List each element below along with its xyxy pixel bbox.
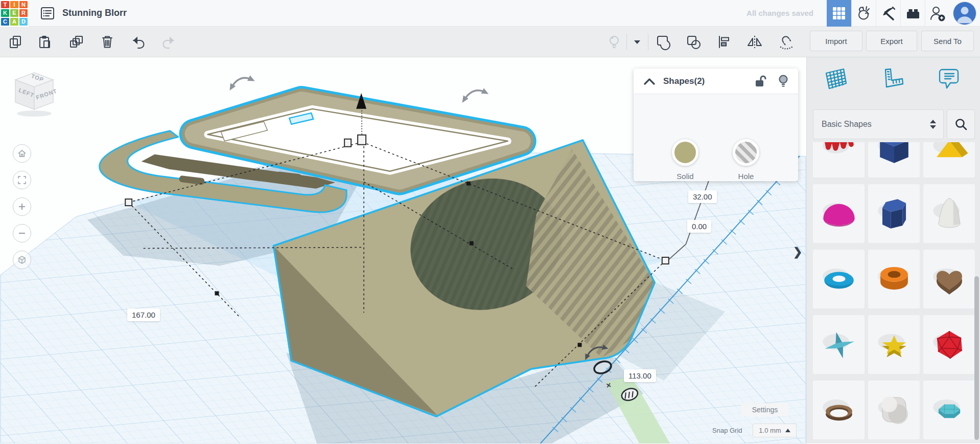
workplane-icon: [823, 66, 849, 92]
view-cube[interactable]: TOP LEFT FRONT: [6, 69, 62, 120]
home-view-button[interactable]: [13, 144, 31, 163]
depth-dimension-field[interactable]: 113.00: [624, 369, 656, 382]
save-status: All changes saved: [746, 9, 813, 17]
shape-category-select[interactable]: Basic Shapes: [813, 109, 944, 139]
zoom-out-button[interactable]: [13, 224, 31, 242]
lock-button[interactable]: [754, 75, 766, 88]
polygon-icon: [870, 189, 919, 238]
logo-tile: D: [19, 18, 28, 26]
hide-button[interactable]: [778, 74, 789, 88]
align-button[interactable]: [713, 27, 735, 57]
copy-button[interactable]: [4, 27, 27, 57]
collapse-panel-button[interactable]: [643, 77, 656, 86]
fit-view-icon: [18, 176, 26, 184]
shape-thumbnail-box[interactable]: [868, 142, 920, 177]
shape-thumbnail-star-four[interactable]: [813, 315, 865, 374]
logo-tile: I: [10, 1, 18, 9]
shape-thumbnail-icosahedron[interactable]: [923, 315, 975, 374]
logo-tile: T: [1, 1, 9, 9]
search-icon: [954, 118, 968, 131]
mirror-button[interactable]: [743, 27, 766, 57]
shape-thumbnail-roof[interactable]: [923, 142, 975, 177]
logo-tile: C: [1, 18, 9, 26]
add-person-button[interactable]: [925, 0, 949, 27]
width-dimension-field[interactable]: 167.00: [127, 308, 160, 321]
mode-sim-lab-button[interactable]: [851, 0, 876, 27]
workplane-tool[interactable]: [820, 63, 852, 95]
shapes-panel-header: Shapes(2): [634, 69, 798, 94]
send-to-button[interactable]: Send To: [921, 31, 974, 51]
shape-thumbnail-scribble[interactable]: [813, 142, 865, 177]
group-button[interactable]: [652, 27, 674, 57]
document-title[interactable]: Stunning Blorr: [62, 8, 127, 18]
shape-thumbnail-half-sphere[interactable]: [813, 184, 865, 243]
shapes-sidebar: Basic Shapes: [806, 57, 980, 443]
logo-tile: E: [10, 9, 18, 17]
shape-thumbnail-tube[interactable]: [868, 250, 920, 308]
design-properties-button[interactable]: [36, 0, 59, 27]
snap-button[interactable]: [775, 27, 797, 57]
paste-button[interactable]: [34, 27, 56, 57]
solid-swatch[interactable]: [672, 139, 698, 166]
select-arrows-icon: [930, 120, 936, 129]
shape-thumbnail-torus[interactable]: [813, 250, 865, 308]
shape-thumbnail-gem[interactable]: [923, 381, 975, 439]
shape-thumbnail-star[interactable]: [868, 315, 920, 374]
mode-3d-design-button[interactable]: [827, 0, 851, 27]
duplicate-button[interactable]: [65, 27, 88, 57]
mode-blocks-button[interactable]: [876, 0, 900, 27]
profile-menu[interactable]: [949, 0, 980, 27]
search-shapes-button[interactable]: [947, 109, 975, 139]
pickaxe-icon: [880, 5, 897, 21]
solid-label: Solid: [665, 172, 706, 181]
scribble-icon: [814, 142, 864, 173]
dice-icon: [870, 386, 919, 435]
tinkercad-logo[interactable]: TINKERCAD: [0, 0, 29, 27]
logo-tile: A: [10, 18, 18, 26]
hole-swatch[interactable]: [733, 139, 759, 166]
height-dimension-field[interactable]: 32.00: [688, 190, 717, 203]
shape-thumbnail-heart[interactable]: [923, 250, 975, 308]
import-button[interactable]: Import: [810, 31, 862, 51]
ruler-icon: [879, 66, 905, 92]
snap-grid-value: 1.0 mm: [759, 427, 781, 434]
star-icon: [870, 320, 919, 369]
shape-gallery: [813, 142, 975, 443]
show-all-menu-button[interactable]: [627, 27, 647, 57]
grid-settings-button[interactable]: Settings: [741, 403, 789, 416]
sidebar-scrollbar[interactable]: [974, 276, 979, 440]
shape-thumbnail-ring[interactable]: [813, 381, 865, 439]
notes-tool[interactable]: [932, 63, 964, 95]
star-four-icon: [814, 320, 864, 369]
collapse-sidebar-button[interactable]: ❯: [793, 246, 802, 259]
tinkercad-app: TINKERCAD Stunning Blorr All changes sav…: [0, 0, 980, 444]
ungroup-button[interactable]: [682, 27, 705, 57]
ruler-tool[interactable]: [876, 63, 908, 95]
half-sphere-icon: [814, 189, 864, 238]
show-all-button[interactable]: [603, 27, 625, 57]
mode-bricks-button[interactable]: [900, 0, 925, 27]
snap-grid-select[interactable]: 1.0 mm: [753, 424, 797, 437]
fit-view-button[interactable]: [13, 171, 31, 189]
viewport-3d[interactable]: × TOP LEFT FRONT: [0, 57, 806, 443]
delete-button[interactable]: [96, 27, 119, 57]
snap-hand-icon: [856, 5, 872, 21]
export-button[interactable]: Export: [866, 31, 917, 51]
zoom-in-button[interactable]: [13, 197, 31, 216]
shape-thumbnail-dice[interactable]: [868, 381, 920, 439]
shapes-panel-body: Solid Hole: [634, 94, 798, 181]
elevation-dimension-field[interactable]: 0.00: [687, 220, 711, 233]
chevron-up-icon: [645, 79, 654, 84]
shapes-panel-title: Shapes(2): [663, 76, 705, 86]
shape-thumbnail-polygon[interactable]: [868, 184, 920, 243]
undo-button[interactable]: [127, 27, 150, 57]
notes-icon: [935, 66, 962, 92]
home-icon: [18, 150, 26, 157]
perspective-toggle-button[interactable]: [13, 251, 31, 269]
content: × TOP LEFT FRONT: [0, 57, 980, 443]
plus-icon: [19, 204, 25, 210]
shape-thumbnail-paraboloid[interactable]: [923, 184, 975, 243]
redo-button[interactable]: [157, 27, 180, 57]
gem-icon: [925, 386, 974, 435]
caret-up-icon: [785, 429, 790, 432]
